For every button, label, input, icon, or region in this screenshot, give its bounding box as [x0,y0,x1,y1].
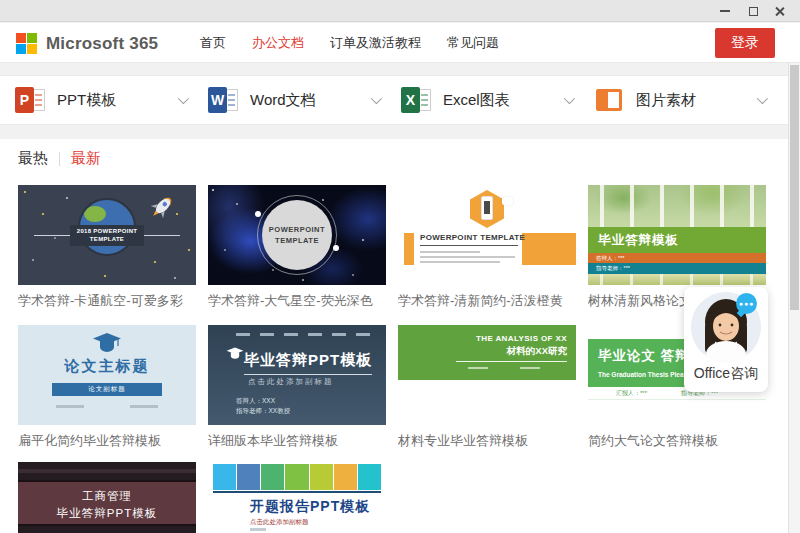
word-icon: W [208,87,238,113]
graduation-cap-icon [92,333,122,355]
chat-widget[interactable]: ●●● Office咨询 [684,287,768,392]
minimize-button[interactable] [712,0,738,22]
template-caption: 学术答辩-卡通航空-可爱多彩 [18,292,196,310]
filter-divider [59,152,60,166]
template-card[interactable]: THE ANALYSIS OF XX 材料的XX研究 材料专业毕业答辩模板 [398,325,576,450]
minimize-icon [720,10,730,12]
template-thumb-colorful: 开题报告PPT模板 点击此处添加副标题 [208,462,386,533]
chevron-down-icon[interactable] [564,93,575,104]
template-caption: 学术答辩-清新简约-活泼橙黄 [398,292,576,310]
template-thumb-forest: 毕业答辩模板 答辩人：*** 指导老师：*** [588,185,766,285]
header: Microsoft 365 首页 办公文档 订单及激活教程 常见问题 登录 [0,23,800,63]
field-photo [588,274,766,285]
template-card[interactable]: POWERPOINT TEMPLATE 学术答辩-清新简约-活泼橙黄 [398,185,576,310]
category-ppt-templates[interactable]: P PPT模板 [15,76,208,124]
template-caption: 材料专业毕业答辩模板 [398,432,576,450]
template-caption: 扁平化简约毕业答辩模板 [18,432,196,450]
template-thumb-orange-hex: POWERPOINT TEMPLATE [398,185,576,285]
template-thumb-maroon: 工商管理毕业答辩PPT模板 [18,462,196,533]
maximize-icon [749,7,758,16]
template-card[interactable]: 2018 POWERPOINTTEMPLATE 学术答辩-卡通航空-可爱多彩 [18,185,196,310]
login-button[interactable]: 登录 [715,28,775,58]
speech-bubble-icon [502,197,513,205]
category-image-materials[interactable]: 图片素材 [594,76,787,124]
close-button[interactable] [766,0,792,22]
logo-text: Microsoft 365 [46,34,158,54]
title-banner: 2018 POWERPOINTTEMPLATE [34,225,180,246]
chat-bubble-icon: ●●● [736,293,757,314]
forest-photo [588,185,766,227]
window-titlebar [0,0,800,22]
template-caption: 简约大气论文答辩模板 [588,432,766,450]
chat-widget-label: Office咨询 [684,365,768,383]
microsoft-logo-icon [16,33,37,54]
powerpoint-icon: P [15,87,45,113]
template-caption: 学术答辩-大气星空-荧光深色 [208,292,386,310]
filter-new[interactable]: 最新 [71,149,101,168]
rocket-icon [148,191,178,221]
template-card[interactable]: POWERPOINTTEMPLATE 学术答辩-大气星空-荧光深色 [208,185,386,310]
template-thumb-material-green: THE ANALYSIS OF XX 材料的XX研究 [398,325,576,425]
template-caption: 详细版本毕业答辩模板 [208,432,386,450]
title-disc: POWERPOINTTEMPLATE [262,200,332,270]
scrollbar-thumb[interactable] [790,65,799,310]
excel-icon: X [401,87,431,113]
filter-bar: 最热 最新 [18,149,101,168]
nav-item-home[interactable]: 首页 [200,34,226,52]
filter-hot[interactable]: 最热 [18,149,48,168]
template-thumb-cartoon-space: 2018 POWERPOINTTEMPLATE [18,185,196,285]
microsoft-365-logo[interactable]: Microsoft 365 [16,33,158,54]
phone-illustration [481,196,493,220]
chevron-down-icon[interactable] [178,93,189,104]
green-banner: THE ANALYSIS OF XX 材料的XX研究 [398,325,576,380]
template-thumb-flat-blue: 论文主标题 论文副标题 [18,325,196,425]
template-card[interactable]: 毕业答辩PPT模板 点击此处添加副标题 答辩人：XXX 指导老师：XX教授 详细… [208,325,386,450]
stars-decoration [212,189,214,191]
image-material-icon [596,89,622,111]
maximize-button[interactable] [740,0,766,22]
app-window: Microsoft 365 首页 办公文档 订单及激活教程 常见问题 登录 P … [0,0,800,533]
template-card[interactable]: 论文主标题 论文副标题 扁平化简约毕业答辩模板 [18,325,196,450]
template-card[interactable]: 开题报告PPT模板 点击此处添加副标题 [208,462,386,533]
template-thumb-detailed-blue: 毕业答辩PPT模板 点击此处添加副标题 答辩人：XXX 指导老师：XX教授 [208,325,386,425]
nav-item-orders[interactable]: 订单及激活教程 [330,34,421,52]
graduation-cap-icon [226,347,244,361]
main-nav: 首页 办公文档 订单及激活教程 常见问题 [200,23,499,63]
color-squares-decoration [213,464,381,490]
template-card[interactable]: 工商管理毕业答辩PPT模板 [18,462,196,533]
template-thumb-starry-space: POWERPOINTTEMPLATE [208,185,386,285]
chevron-down-icon[interactable] [757,93,768,104]
nav-item-faq[interactable]: 常见问题 [447,34,499,52]
stars-decoration [24,191,26,193]
title-band: 工商管理毕业答辩PPT模板 [18,480,196,526]
close-icon [774,6,785,17]
nav-item-office-docs[interactable]: 办公文档 [252,34,304,52]
category-word-docs[interactable]: W Word文档 [208,76,401,124]
category-excel-charts[interactable]: X Excel图表 [401,76,594,124]
chevron-down-icon[interactable] [371,93,382,104]
category-bar: P PPT模板 W Word文档 X Excel图表 图片素材 [0,75,788,125]
